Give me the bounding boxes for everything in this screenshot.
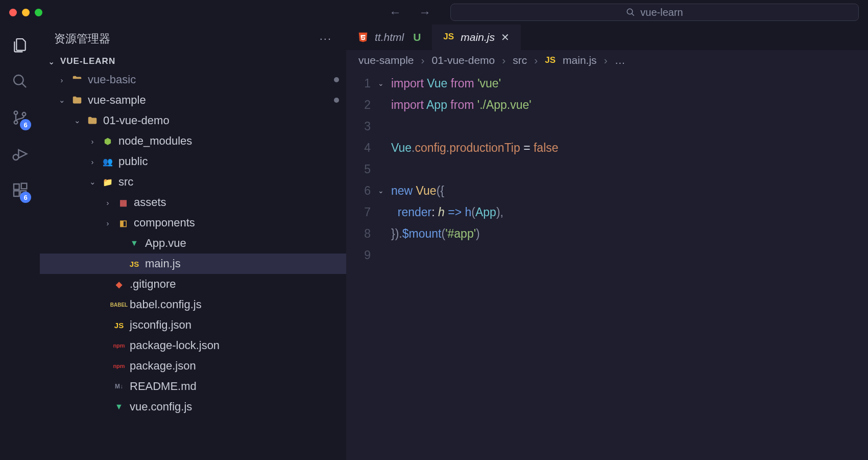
file-readme[interactable]: · M↓ README.md xyxy=(40,376,346,397)
chevron-right-icon: › xyxy=(103,219,112,227)
line-number: 1 xyxy=(346,73,378,94)
search-text: vue-learn xyxy=(640,7,683,18)
close-window-button[interactable] xyxy=(9,9,17,16)
file-label: App.vue xyxy=(145,237,186,250)
file-app-vue[interactable]: · ▼ App.vue xyxy=(40,233,346,254)
jsconfig-icon: JS xyxy=(113,319,125,331)
line-number: 4 xyxy=(346,137,378,158)
file-babel-config[interactable]: · BABEL babel.config.js xyxy=(40,294,346,315)
tab-label: main.js xyxy=(461,31,495,43)
breadcrumb-item[interactable]: 01-vue-demo xyxy=(432,54,495,66)
fold-icon[interactable]: ⌄ xyxy=(378,180,391,201)
tab-label: tt.html xyxy=(375,31,404,43)
close-tab-button[interactable]: ✕ xyxy=(501,31,510,43)
breadcrumb-item[interactable]: main.js xyxy=(563,54,597,66)
run-debug-tab[interactable] xyxy=(12,146,28,165)
title-bar: ← → vue-learn xyxy=(0,0,868,25)
explorer-title: 资源管理器 xyxy=(54,31,110,47)
file-vue-config[interactable]: · ▼ vue.config.js xyxy=(40,397,346,417)
folder-label: src xyxy=(118,175,133,189)
modified-dot-icon xyxy=(334,98,339,103)
command-center-search[interactable]: vue-learn xyxy=(450,4,859,21)
file-jsconfig[interactable]: · JS jsconfig.json xyxy=(40,315,346,335)
editor-area: tt.html U JS main.js ✕ vue-sample › 01-v… xyxy=(346,25,868,460)
line-number: 6 xyxy=(346,180,378,201)
tab-tt-html[interactable]: tt.html U xyxy=(346,25,432,50)
file-package-json[interactable]: · npm package.json xyxy=(40,356,346,376)
svg-rect-10 xyxy=(14,191,19,196)
maximize-window-button[interactable] xyxy=(35,9,42,16)
extensions-tab[interactable]: 6 xyxy=(12,182,28,201)
folder-src[interactable]: ⌄ 📁 src xyxy=(40,172,346,192)
folder-vue-basic[interactable]: › vue-basic xyxy=(40,70,346,90)
svg-point-6 xyxy=(22,112,26,116)
chevron-down-icon: ⌄ xyxy=(57,96,66,105)
svg-line-3 xyxy=(22,83,26,87)
minimize-window-button[interactable] xyxy=(22,9,30,16)
search-icon xyxy=(12,73,28,89)
file-label: package-lock.json xyxy=(130,339,220,352)
folder-components[interactable]: › ◧ components xyxy=(40,213,346,233)
git-icon: ◆ xyxy=(113,279,125,290)
file-label: babel.config.js xyxy=(130,298,202,311)
folder-assets[interactable]: › ▦ assets xyxy=(40,192,346,213)
explorer-sidebar: 资源管理器 ··· ⌄ VUE-LEARN › vue-basic ⌄ vue-… xyxy=(40,25,346,460)
source-control-tab[interactable]: 6 xyxy=(12,109,28,128)
folder-vue-sample[interactable]: ⌄ vue-sample xyxy=(40,90,346,110)
folder-open-icon xyxy=(71,95,83,106)
folder-label: node_modules xyxy=(118,134,192,148)
tab-main-js[interactable]: JS main.js ✕ xyxy=(432,25,521,50)
folder-icon xyxy=(71,74,83,85)
svg-point-2 xyxy=(14,75,23,85)
file-gitignore[interactable]: · ◆ .gitignore xyxy=(40,274,346,294)
line-number: 3 xyxy=(346,116,378,137)
breadcrumb-item[interactable]: vue-sample xyxy=(358,54,414,66)
breadcrumb-ellipsis[interactable]: … xyxy=(615,54,625,66)
window-controls xyxy=(9,9,42,16)
folder-01-vue-demo[interactable]: ⌄ 01-vue-demo xyxy=(40,110,346,131)
extensions-badge: 6 xyxy=(20,192,31,203)
svg-rect-12 xyxy=(21,183,27,189)
fold-icon[interactable]: ⌄ xyxy=(378,73,391,94)
folder-label: components xyxy=(134,216,195,229)
folder-node-modules[interactable]: › ⬢ node_modules xyxy=(40,131,346,151)
file-label: main.js xyxy=(145,257,181,270)
activity-bar: 6 6 xyxy=(0,25,40,460)
modified-dot-icon xyxy=(334,77,339,82)
chevron-right-icon: › xyxy=(534,54,538,66)
chevron-down-icon: ⌄ xyxy=(47,57,56,66)
search-tab[interactable] xyxy=(12,73,28,92)
file-label: package.json xyxy=(130,359,196,373)
folder-public[interactable]: › 👥 public xyxy=(40,151,346,172)
svg-rect-9 xyxy=(14,184,19,190)
chevron-right-icon: › xyxy=(502,54,505,66)
npm-icon: npm xyxy=(113,360,125,372)
source-control-badge: 6 xyxy=(20,119,31,130)
file-label: vue.config.js xyxy=(130,400,192,413)
breadcrumb-item[interactable]: src xyxy=(513,54,527,66)
explorer-more-button[interactable]: ··· xyxy=(320,32,332,45)
chevron-right-icon: › xyxy=(88,137,97,146)
nav-forward-button[interactable]: → xyxy=(415,3,435,21)
folder-label: public xyxy=(118,155,148,168)
assets-folder-icon: ▦ xyxy=(117,197,129,208)
line-number: 7 xyxy=(346,201,378,223)
svg-point-5 xyxy=(14,121,18,124)
nav-back-button[interactable]: ← xyxy=(385,3,405,21)
file-main-js[interactable]: · JS main.js xyxy=(40,254,346,274)
line-number: 2 xyxy=(346,94,378,116)
file-label: jsconfig.json xyxy=(130,318,191,332)
npm-icon: npm xyxy=(113,340,125,351)
babel-icon: BABEL xyxy=(113,299,125,310)
file-tree: › vue-basic ⌄ vue-sample ⌄ 01-vue-demo ›… xyxy=(40,70,346,417)
workspace-root[interactable]: ⌄ VUE-LEARN xyxy=(40,53,346,70)
file-package-lock[interactable]: · npm package-lock.json xyxy=(40,335,346,356)
file-label: .gitignore xyxy=(130,278,176,291)
breadcrumbs[interactable]: vue-sample › 01-vue-demo › src › JS main… xyxy=(346,50,868,71)
code-editor[interactable]: 1⌄import Vue from 'vue' 2import App from… xyxy=(346,71,868,266)
svg-line-1 xyxy=(632,13,635,16)
explorer-tab[interactable] xyxy=(12,37,28,56)
explorer-header: 资源管理器 ··· xyxy=(40,25,346,53)
chevron-right-icon: › xyxy=(103,198,112,207)
js-icon: JS xyxy=(545,55,556,65)
